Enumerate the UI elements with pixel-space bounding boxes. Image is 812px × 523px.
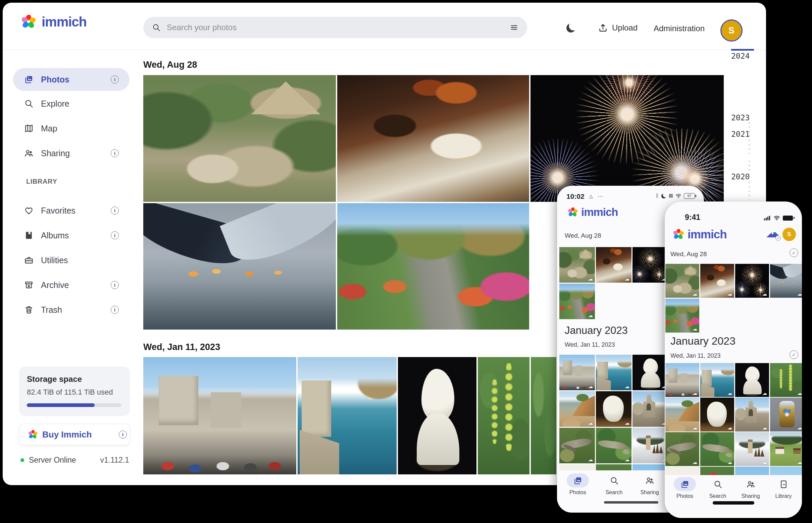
theme-toggle-button[interactable]	[566, 23, 575, 33]
nav-item-library[interactable]: Library	[767, 477, 799, 499]
library-icon	[779, 480, 788, 489]
photo-tile-fortress-sea[interactable]	[298, 357, 397, 474]
buy-immich-button[interactable]: Buy Immich	[19, 424, 130, 445]
nav-label: Search	[606, 489, 623, 495]
photo-tile-lizard-moss[interactable]	[700, 432, 734, 466]
battery-percent: 97	[687, 194, 691, 198]
status-time: 9:41	[685, 213, 700, 222]
nav-item-sharing[interactable]: Sharing	[634, 473, 666, 495]
sidebar-item-explore[interactable]: Explore	[13, 92, 129, 115]
photo-tile-lizard-moss[interactable]	[596, 428, 632, 463]
nav-item-photos[interactable]: Photos	[562, 473, 594, 495]
info-icon[interactable]	[111, 306, 119, 314]
photo-tile-lizard[interactable]	[666, 432, 699, 466]
photo-tile-green-leaves[interactable]	[531, 357, 556, 474]
photo-tile-fortress-cars[interactable]	[559, 355, 595, 390]
photo-tile-ornate-trophy[interactable]	[770, 398, 802, 431]
sidebar-item-trash[interactable]: Trash	[13, 299, 129, 321]
sidebar-item-map[interactable]: Map	[13, 117, 129, 140]
info-icon[interactable]	[119, 431, 127, 438]
photo-tile-fireworks[interactable]	[633, 247, 668, 283]
backup-sync-icon[interactable]	[766, 228, 780, 240]
photo-tile-green-berries[interactable]	[770, 363, 802, 397]
photo-tile-winter-village[interactable]	[633, 428, 668, 463]
photo-tile-fireworks[interactable]	[531, 75, 724, 202]
avatar[interactable]: S	[720, 19, 743, 41]
nav-item-photos[interactable]: Photos	[669, 477, 701, 499]
cloud-icon	[727, 425, 732, 430]
info-icon[interactable]	[111, 206, 119, 215]
photo-tile-autumn-dinner[interactable]	[596, 247, 632, 283]
photo-tile-beach-cliff[interactable]	[666, 398, 699, 431]
photo-tile-stone-sculpture[interactable]	[700, 398, 734, 431]
sidebar-item-archive[interactable]: Archive	[13, 274, 129, 296]
app-logo[interactable]: immich	[20, 13, 87, 30]
photos-icon	[573, 476, 583, 485]
photo-tile-ruins[interactable]	[633, 391, 668, 427]
home-indicator[interactable]	[713, 501, 754, 505]
logo-wordmark: immich	[41, 14, 87, 30]
cloud-icon	[624, 457, 629, 462]
cloud-icon	[727, 291, 732, 296]
timeline-year[interactable]: 2021	[731, 130, 754, 139]
timeline-year[interactable]: 2023	[731, 113, 754, 122]
info-icon[interactable]	[111, 75, 119, 84]
info-icon[interactable]	[111, 231, 119, 239]
photo-tile-beach-cliff[interactable]	[559, 391, 595, 427]
info-icon[interactable]	[111, 281, 119, 289]
cloud-icon	[797, 459, 802, 465]
photo-tile-fireworks[interactable]	[735, 264, 769, 298]
select-all-icon[interactable]	[790, 249, 798, 257]
nav-item-search[interactable]: Search	[702, 477, 734, 499]
select-all-icon[interactable]	[790, 350, 798, 359]
nav-item-search[interactable]: Search	[598, 473, 630, 495]
sidebar-item-albums[interactable]: Albums	[13, 224, 129, 247]
cloud-icon	[727, 459, 732, 465]
photo-tile-winter-village[interactable]	[735, 432, 769, 466]
photo-tile-fortress-sea[interactable]	[700, 363, 734, 397]
sidebar-item-favorites[interactable]: Favorites	[13, 199, 129, 222]
nav-label: Library	[775, 493, 792, 499]
photo-tile-garden-path[interactable]	[337, 203, 529, 329]
photo-tile-ruins[interactable]	[735, 398, 769, 431]
photo-tile-autumn-dinner[interactable]	[700, 264, 734, 298]
nav-item-sharing[interactable]: Sharing	[735, 477, 767, 499]
sidebar-item-sharing[interactable]: Sharing	[13, 142, 129, 165]
timeline-year[interactable]: 2024	[731, 52, 754, 60]
photo-tile-fortress-sea[interactable]	[596, 355, 632, 390]
photo-tile-couple-hands[interactable]	[143, 203, 336, 329]
home-indicator[interactable]	[604, 501, 658, 504]
photo-tile-garden-path[interactable]	[559, 284, 595, 319]
photo-tile-marble-bust[interactable]	[398, 357, 477, 474]
storage-card: Storage space 82.4 TiB of 115.1 TiB used	[19, 366, 130, 416]
info-icon[interactable]	[111, 149, 119, 157]
photo-tile-stone-sculpture[interactable]	[596, 391, 632, 427]
timeline-position-bar[interactable]	[731, 49, 754, 51]
administration-button[interactable]: Administration	[654, 24, 705, 33]
photo-tile-monkeys-forest[interactable]	[666, 264, 699, 298]
avatar[interactable]: S	[782, 228, 796, 241]
timeline-year[interactable]: 2020	[731, 172, 754, 181]
photo-tile-monkeys-forest[interactable]	[143, 75, 336, 202]
sidebar-item-photos[interactable]: Photos	[13, 68, 129, 91]
photo-tile-fortress-cars[interactable]	[666, 363, 699, 397]
photo-tile-garden-path[interactable]	[666, 299, 699, 332]
search-bar[interactable]	[143, 17, 527, 38]
photo-tile-fortress-cars[interactable]	[143, 357, 296, 474]
sidebar-item-label: Explore	[41, 99, 69, 109]
sidebar-item-label: Albums	[41, 231, 69, 240]
upload-button[interactable]: Upload	[598, 23, 638, 33]
photo-tile-alpine-field[interactable]	[770, 432, 802, 466]
photo-tile-autumn-dinner[interactable]	[337, 75, 529, 202]
wifi-icon	[675, 193, 681, 199]
sidebar-item-utilities[interactable]: Utilities	[13, 249, 129, 272]
search-filters-icon[interactable]	[510, 23, 518, 32]
photo-tile-marble-bust[interactable]	[735, 363, 769, 397]
search-input[interactable]	[161, 23, 510, 32]
photo-tile-green-berries[interactable]	[478, 357, 530, 474]
photo-tile-monkeys-forest[interactable]	[559, 247, 595, 283]
photo-tile-marble-bust[interactable]	[633, 355, 668, 390]
photo-tile-couple-hands[interactable]	[770, 264, 802, 298]
photo-tile-lizard[interactable]	[559, 428, 595, 463]
people-icon	[645, 476, 654, 485]
